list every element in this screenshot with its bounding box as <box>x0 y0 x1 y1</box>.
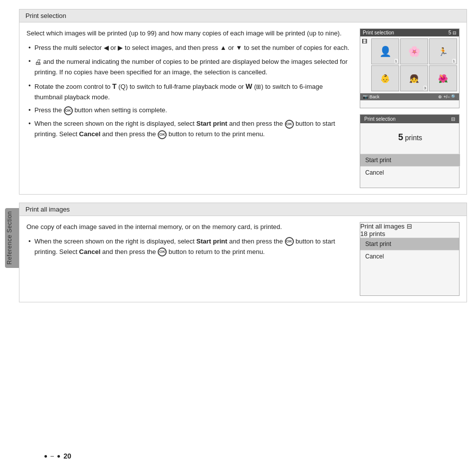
thumb-screen-back: 📷 Back <box>363 94 380 99</box>
footer-bullet-1: ● <box>44 453 47 460</box>
print-menu-icon-1: ⊟ <box>451 116 455 122</box>
print-menu-icon-2: ⊟ <box>407 223 412 230</box>
prints-label-1: prints <box>405 134 422 142</box>
bullet-item-2: 🖨 and the numeral indicating the number … <box>26 56 352 78</box>
menu-item-cancel-2[interactable]: Cancel <box>360 250 459 262</box>
footer-dash: – <box>50 453 54 460</box>
prints-number-1: 5 <box>398 132 403 142</box>
section-print-all-images: Print all images One copy of each image … <box>19 203 467 302</box>
intro-text-print-all: One copy of each image saved in the inte… <box>26 222 352 233</box>
thumb-number-3: 1 <box>453 59 456 63</box>
thumb-screen-controls: ⊕ +/– 🔍 <box>438 94 457 99</box>
intro-text-print-selection: Select which images will be printed (up … <box>26 28 352 39</box>
thumb-screen-count: 5 ⊟ <box>449 30 457 35</box>
section-header-print-all: Print all images <box>19 203 467 216</box>
menu-item-cancel-label-1: Cancel <box>365 169 384 176</box>
bullet-all-item-1: When the screen shown on the right is di… <box>26 237 352 257</box>
ok-button-icon-4: OK <box>285 237 294 246</box>
prints-count-2: 18 prints <box>360 230 459 238</box>
print-menu-titlebar-1: Print selection ⊟ <box>360 115 459 123</box>
ok-button-icon-5: OK <box>158 247 167 256</box>
menu-item-start-print-1[interactable]: Start print <box>360 154 460 166</box>
camera-roll-icon: 🎞 <box>360 36 369 93</box>
section-text-print-all: One copy of each image saved in the inte… <box>26 222 352 296</box>
prints-number-2: 18 <box>360 230 367 238</box>
grid-icon: ⊞ <box>256 83 261 90</box>
ok-button-icon-2: OK <box>285 120 294 129</box>
cancel-label-1: Cancel <box>79 130 101 138</box>
thumb-icon-5: 👧 <box>409 74 419 83</box>
print-all-menu-body: 18 prints Start print Cancel <box>360 230 459 262</box>
bullet-item-5: When the screen shown on the right is di… <box>26 119 352 140</box>
page-footer: ● – ● 20 <box>44 452 71 460</box>
bullet-item-3: Rotate the zoom control to T (Q) to swit… <box>26 81 352 103</box>
footer-bullet-2: ● <box>57 453 60 460</box>
section-text-print-selection: Select which images will be printed (up … <box>26 28 352 188</box>
section-header-print-selection: Print selection <box>19 9 467 22</box>
bullet1-text: Press the multi selector ◀ or ▶ to selec… <box>34 44 349 51</box>
ok-button-icon-1: OK <box>64 106 73 115</box>
thumb-screen: Print selection 5 ⊟ 🎞 👤 1 <box>360 28 460 108</box>
menu-item-cancel-1[interactable]: Cancel <box>360 166 460 179</box>
prints-count-1: 5 prints <box>360 123 460 154</box>
bullet3-text: Rotate the zoom control to T (Q) to swit… <box>34 83 323 101</box>
section-body-print-all: One copy of each image saved in the inte… <box>19 216 467 302</box>
thumb-number-5: 3 <box>424 86 427 90</box>
print-menu-title-2: Print all images <box>360 223 405 230</box>
bullet2-text: and the numeral indicating the number of… <box>34 57 348 76</box>
print-menu-screen-1: Print selection ⊟ 5 prints Start print <box>360 114 460 188</box>
bullet-list-print-all: When the screen shown on the right is di… <box>26 237 352 257</box>
thumb-cell-4: 👶 <box>371 65 399 91</box>
bullet5-text: When the screen shown on the right is di… <box>34 120 335 138</box>
menu-item-cancel-label-2: Cancel <box>365 253 384 260</box>
thumb-cell-1: 👤 1 <box>371 38 399 64</box>
thumb-grid-container: 👤 1 🌸 🏃 1 <box>369 36 459 93</box>
t-label: T <box>112 82 117 90</box>
thumb-screen-titlebar: Print selection 5 ⊟ <box>360 29 459 36</box>
bullet4-text: Press the OK button when setting is comp… <box>34 106 167 114</box>
print-menu-body-1: 5 prints Start print Cancel <box>360 123 460 179</box>
menu-item-start-print-2[interactable]: Start print <box>360 238 459 250</box>
print-menu-screen-2: Print all images ⊟ 18 prints Start print <box>360 222 460 296</box>
screen-area-print-all: Print all images ⊟ 18 prints Start print <box>360 222 460 296</box>
start-print-label-2: Start print <box>196 238 227 245</box>
sidebar-label: Reference Section <box>6 211 13 264</box>
thumb-cell-6: 🌺 <box>429 65 457 91</box>
section-title-print-selection: Print selection <box>25 12 66 19</box>
thumb-screen-content: 🎞 👤 1 🌸 <box>360 36 459 93</box>
printer-icon: 🖨 <box>34 58 41 66</box>
print-menu-title-1: Print selection <box>364 116 396 122</box>
thumb-number-1: 1 <box>395 59 398 63</box>
thumb-screen-title: Print selection <box>363 30 394 35</box>
thumb-icon-1: 👤 <box>379 45 392 57</box>
thumb-screen-bottombar: 📷 Back ⊕ +/– 🔍 <box>360 93 459 100</box>
section-print-selection: Print selection Select which images will… <box>19 9 467 195</box>
sidebar: Reference Section <box>0 0 19 476</box>
footer-page-number: 20 <box>63 452 71 460</box>
cancel-label-2: Cancel <box>79 248 101 255</box>
print-menu-titlebar-2: Print all images ⊟ <box>360 223 459 230</box>
thumb-icon-3: 🏃 <box>438 47 448 56</box>
bullet-all-1-text: When the screen shown on the right is di… <box>34 238 335 255</box>
thumb-icon-2: 🌸 <box>408 45 421 57</box>
bullet-item-4: Press the OK button when setting is comp… <box>26 105 352 116</box>
menu-item-start-print-label-1: Start print <box>365 157 391 164</box>
thumb-cell-2: 🌸 <box>400 38 428 64</box>
section-body-print-selection: Select which images will be printed (up … <box>19 22 467 194</box>
start-print-label-1: Start print <box>196 120 227 127</box>
thumb-cell-3: 🏃 1 <box>429 38 457 64</box>
main-content: Print selection Select which images will… <box>19 9 467 467</box>
menu-item-start-print-label-2: Start print <box>365 240 391 247</box>
bullet-list-print-selection: Press the multi selector ◀ or ▶ to selec… <box>26 43 352 140</box>
thumb-cell-5: 👧 3 <box>400 65 428 91</box>
thumb-icon-4: 👶 <box>380 74 390 83</box>
w-label: W <box>245 82 252 90</box>
bullet-item-1: Press the multi selector ◀ or ▶ to selec… <box>26 43 352 53</box>
prints-label-2: prints <box>369 230 385 238</box>
page-container: Reference Section Print selection Select… <box>0 0 476 476</box>
screen-area-print-selection: Print selection 5 ⊟ 🎞 👤 1 <box>360 28 460 188</box>
thumb-grid: 👤 1 🌸 🏃 1 <box>369 36 459 93</box>
ok-button-icon-3: OK <box>158 130 167 139</box>
section-title-print-all: Print all images <box>25 206 70 213</box>
thumb-icon-6: 🌺 <box>438 74 448 83</box>
